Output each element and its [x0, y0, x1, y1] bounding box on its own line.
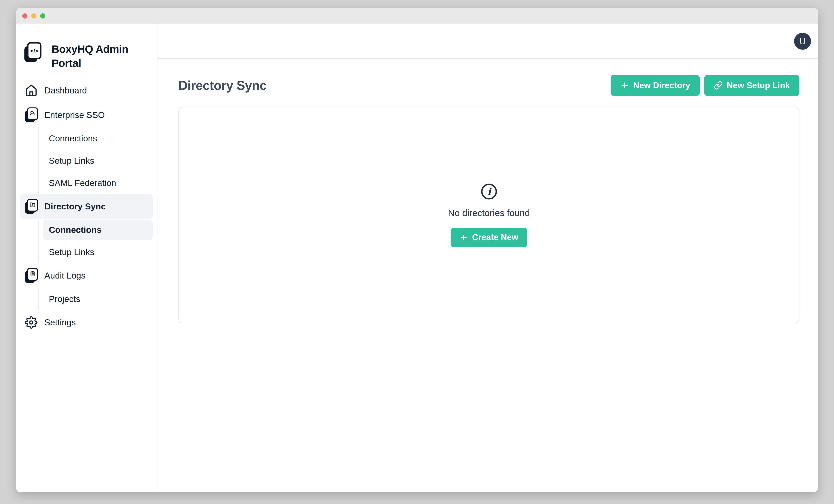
maximize-window-icon[interactable] [40, 14, 45, 19]
brand: </> BoxyHQ Admin Portal [16, 42, 157, 70]
svg-text:</>: </> [30, 48, 38, 54]
audit-clipboard-icon [24, 268, 38, 283]
link-icon [714, 81, 723, 90]
sidebar-item-sso-setup-links[interactable]: Setup Links [39, 150, 157, 172]
sidebar-item-audit-logs[interactable]: Audit Logs [16, 263, 157, 288]
close-window-icon[interactable] [22, 14, 27, 19]
sidebar-item-projects[interactable]: Projects [39, 288, 157, 310]
sidebar-item-saml-federation[interactable]: SAML Federation [39, 172, 157, 194]
page-content: Directory Sync New Directory [157, 59, 818, 492]
new-setup-link-button[interactable]: New Setup Link [704, 75, 799, 96]
directory-folder-icon [24, 199, 38, 214]
sidebar: </> BoxyHQ Admin Portal Dashboard [16, 24, 157, 492]
main-area: U Directory Sync New Directory [157, 24, 818, 492]
page-header-row: Directory Sync New Directory [178, 75, 799, 96]
sso-cloud-key-icon [24, 107, 38, 123]
sidebar-nav: Dashboard [16, 78, 157, 335]
app-window: </> BoxyHQ Admin Portal Dashboard [16, 8, 818, 492]
plus-icon [620, 81, 629, 90]
gear-icon [24, 316, 38, 329]
page-actions: New Directory New Setup Link [611, 75, 799, 96]
window-titlebar [16, 8, 818, 24]
new-directory-button[interactable]: New Directory [611, 75, 700, 96]
svg-text:i: i [487, 186, 491, 197]
sidebar-item-label: Directory Sync [44, 202, 106, 212]
sidebar-item-enterprise-sso[interactable]: Enterprise SSO [16, 103, 157, 127]
sidebar-item-settings[interactable]: Settings [16, 310, 157, 335]
sidebar-subgroup-audit-logs: Projects [38, 288, 157, 310]
create-new-button[interactable]: Create New [451, 228, 527, 247]
user-avatar[interactable]: U [794, 33, 811, 50]
sidebar-item-label: Audit Logs [44, 271, 85, 281]
boxyhq-logo-icon: </> [24, 42, 42, 63]
top-header: U [157, 24, 818, 59]
sidebar-item-label: Settings [44, 317, 76, 327]
sidebar-item-directory-sync[interactable]: Directory Sync [20, 194, 153, 219]
sidebar-subgroup-enterprise-sso: Connections Setup Links SAML Federation [38, 127, 157, 194]
sidebar-item-dashboard[interactable]: Dashboard [16, 78, 157, 103]
sidebar-item-label: Dashboard [44, 86, 87, 95]
plus-icon [460, 233, 468, 242]
page-title: Directory Sync [178, 78, 266, 93]
sidebar-item-label: Enterprise SSO [44, 110, 105, 120]
empty-state-message: No directories found [448, 208, 530, 218]
sidebar-item-sso-connections[interactable]: Connections [39, 127, 157, 150]
home-icon [24, 84, 38, 97]
minimize-window-icon[interactable] [31, 14, 36, 19]
info-icon: i [480, 183, 498, 200]
sidebar-item-dsync-setup-links[interactable]: Setup Links [39, 241, 157, 263]
sidebar-item-dsync-connections[interactable]: Connections [43, 220, 153, 240]
sidebar-subgroup-directory-sync: Connections Setup Links [38, 220, 157, 263]
brand-title: BoxyHQ Admin Portal [51, 42, 136, 70]
directories-empty-card: i No directories found Create New [178, 107, 799, 323]
